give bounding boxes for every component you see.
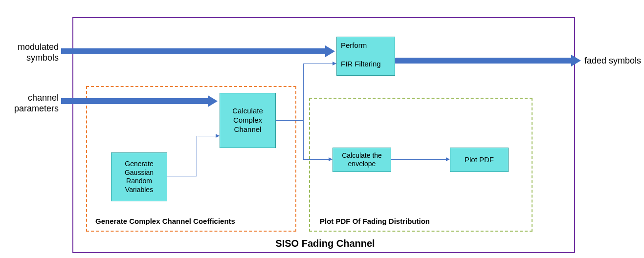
conn-calc-out-h [276,120,303,121]
green-section-title: Plot PDF Of Fading Distribution [320,217,430,225]
box-calc-complex-channel: Calculate Complex Channel [220,93,276,148]
arrow-params-to-calc [61,98,208,104]
conn-junction-up [303,64,304,121]
main-title: SISO Fading Channel [244,238,406,249]
arrow-fir-to-output [395,58,571,64]
arrow-modulated-to-fir [61,48,325,54]
box-plot-pdf: Plot PDF [450,148,509,172]
conn-into-fir [303,64,333,64]
diagram-canvas: modulated symbols channel parameters fad… [0,0,644,258]
box-envelope: Calculate the envelope [333,148,391,172]
conn-gaussian-into-calc [197,136,216,136]
conn-into-envelope [303,159,329,160]
orange-section-title: Generate Complex Channel Coefficients [95,217,235,225]
label-channel-parameters: channel parameters [5,93,59,114]
conn-gaussian-v [197,136,197,176]
conn-gaussian-h [167,176,197,176]
label-modulated-symbols: modulated symbols [5,42,59,63]
conn-junction-down [303,120,304,159]
conn-envelope-to-plotpdf [391,159,446,160]
label-faded-symbols: faded symbols [584,56,643,66]
box-generate-gaussian: Generate Gaussian Random Variables [111,152,167,201]
box-fir-filtering: Perform FIR Filtering [336,37,395,76]
